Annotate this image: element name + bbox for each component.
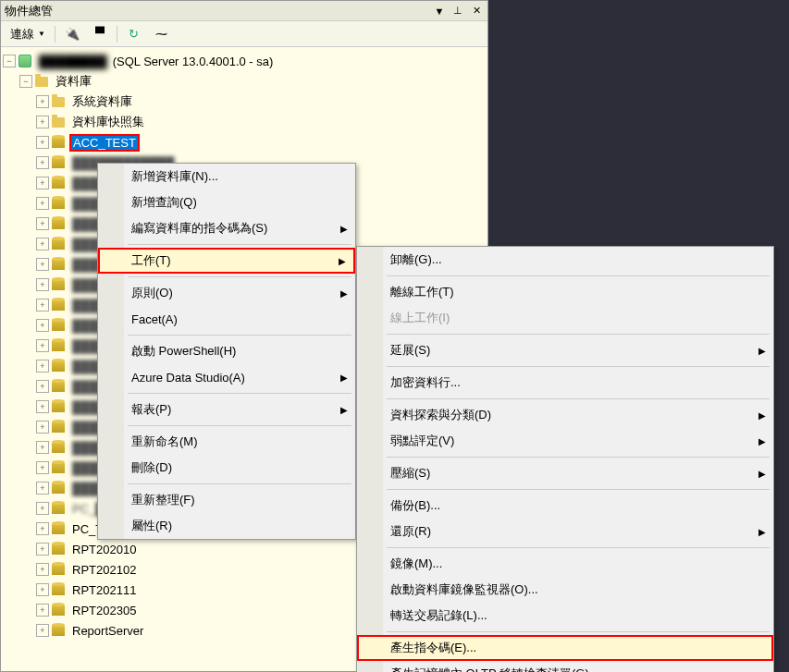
expand-icon[interactable]: + — [36, 197, 49, 210]
expand-icon[interactable]: + — [36, 177, 49, 189]
refresh-button[interactable]: ↻ — [121, 25, 147, 43]
system-db-folder[interactable]: + 系統資料庫 — [3, 92, 486, 112]
menu-item-label: 重新命名(M) — [131, 434, 198, 450]
expand-icon[interactable]: + — [36, 604, 49, 617]
connect-button[interactable]: 連線 ▼ — [5, 24, 51, 44]
collapse-icon[interactable]: − — [3, 55, 16, 67]
expand-icon[interactable]: + — [36, 624, 49, 637]
expand-icon[interactable]: + — [36, 299, 49, 312]
expand-icon[interactable]: + — [36, 136, 49, 149]
menu-item[interactable]: 屬性(R) — [98, 513, 355, 539]
database-label: RPT202010 — [69, 542, 139, 557]
server-node[interactable]: − ████████ (SQL Server 13.0.4001.0 - sa) — [3, 51, 486, 71]
menu-item[interactable]: 產生指令碼(E)... — [357, 635, 773, 661]
panel-dropdown-icon[interactable]: ▼ — [432, 4, 447, 18]
menu-item[interactable]: 重新命名(M) — [98, 429, 355, 455]
snapshot-folder[interactable]: + 資料庫快照集 — [3, 112, 486, 132]
menu-item[interactable]: 鏡像(M)... — [357, 551, 773, 577]
menu-separator — [128, 244, 351, 245]
expand-icon[interactable]: + — [36, 400, 49, 413]
expand-icon[interactable]: + — [36, 95, 49, 108]
expand-icon[interactable]: + — [36, 238, 49, 250]
databases-folder[interactable]: − 資料庫 — [3, 71, 486, 92]
collapse-icon[interactable]: − — [19, 75, 32, 88]
menu-item[interactable]: 還原(R)▶ — [357, 519, 773, 544]
panel-close-icon[interactable]: ✕ — [469, 4, 484, 18]
expand-icon[interactable]: + — [36, 502, 49, 515]
expand-icon[interactable]: + — [36, 522, 49, 535]
expand-icon[interactable]: + — [36, 543, 49, 556]
expand-icon[interactable]: + — [36, 258, 49, 271]
menu-item[interactable]: 延展(S)▶ — [357, 337, 773, 363]
database-label: RPT202305 — [69, 603, 139, 618]
menu-item[interactable]: 備份(B)... — [357, 493, 773, 519]
panel-pin-icon[interactable]: ⊥ — [450, 4, 465, 18]
database-label: RPT202111 — [69, 582, 139, 598]
menu-item[interactable]: 產生記憶體內 OLTP 移轉檢查清單(G) — [357, 661, 773, 672]
menu-item[interactable]: 新增查詢(Q) — [98, 189, 355, 215]
menu-item[interactable]: 報表(P)▶ — [98, 397, 355, 422]
expand-icon[interactable]: + — [36, 339, 49, 352]
submenu-arrow-icon: ▶ — [340, 224, 348, 234]
menu-item-label: 加密資料行... — [390, 374, 461, 391]
menu-item[interactable]: 刪除(D) — [98, 455, 355, 481]
menu-item-label: 新增資料庫(N)... — [131, 168, 218, 185]
connect-label: 連線 — [10, 26, 34, 43]
menu-item[interactable]: Azure Data Studio(A)▶ — [98, 364, 355, 390]
database-icon — [51, 318, 66, 333]
disconnect-button[interactable]: 🔌 — [59, 25, 85, 43]
menu-item[interactable]: 新增資料庫(N)... — [98, 164, 355, 189]
menu-separator — [128, 483, 351, 484]
menu-item-label: 啟動 PowerShell(H) — [131, 343, 236, 360]
menu-item-label: 離線工作(T) — [390, 284, 454, 300]
menu-separator — [387, 631, 770, 632]
menu-item[interactable]: 啟動 PowerShell(H) — [98, 338, 355, 364]
expand-icon[interactable]: + — [36, 278, 49, 291]
filter-button[interactable]: ▝▘ — [87, 25, 113, 43]
menu-separator — [387, 366, 770, 367]
database-icon — [51, 155, 66, 170]
menu-item[interactable]: 編寫資料庫的指令碼為(S)▶ — [98, 215, 355, 241]
selected-database-node[interactable]: + ACC_TEST — [3, 132, 486, 153]
menu-separator — [387, 275, 770, 276]
expand-icon[interactable]: + — [36, 156, 49, 169]
menu-item[interactable]: 重新整理(F) — [98, 487, 355, 513]
menu-separator — [387, 398, 770, 399]
menu-item[interactable]: 離線工作(T) — [357, 279, 773, 305]
menu-item[interactable]: 卸離(G)... — [357, 247, 773, 273]
menu-item-label: 卸離(G)... — [390, 251, 442, 268]
expand-icon[interactable]: + — [36, 421, 49, 434]
database-icon — [51, 338, 66, 353]
menu-item[interactable]: 啟動資料庫鏡像監視器(O)... — [357, 577, 773, 603]
menu-item-label: 備份(B)... — [390, 497, 440, 514]
server-icon — [18, 54, 32, 68]
menu-item[interactable]: 轉送交易記錄(L)... — [357, 603, 773, 629]
menu-item[interactable]: 原則(O)▶ — [98, 280, 355, 306]
database-icon — [51, 582, 66, 597]
database-label: ACC_TEST — [69, 134, 140, 152]
menu-item[interactable]: 資料探索與分類(D)▶ — [357, 402, 773, 428]
expand-icon[interactable]: + — [36, 583, 49, 596]
database-icon — [51, 237, 66, 251]
menu-item[interactable]: 弱點評定(V)▶ — [357, 428, 773, 454]
expand-icon[interactable]: + — [36, 563, 49, 576]
menu-item-label: 產生指令碼(E)... — [390, 640, 476, 656]
menu-item[interactable]: 工作(T)▶ — [98, 248, 355, 274]
submenu-arrow-icon: ▶ — [340, 373, 348, 383]
expand-icon[interactable]: + — [36, 217, 49, 230]
expand-icon[interactable]: + — [36, 380, 49, 393]
submenu-arrow-icon: ▶ — [340, 288, 348, 299]
expand-icon[interactable]: + — [36, 319, 49, 332]
expand-icon[interactable]: + — [36, 360, 49, 373]
expand-icon[interactable]: + — [36, 441, 49, 454]
menu-item[interactable]: 壓縮(S)▶ — [357, 460, 773, 486]
expand-icon[interactable]: + — [36, 116, 49, 128]
database-icon — [51, 542, 66, 556]
activity-button[interactable]: ⁓ — [149, 25, 175, 43]
expand-icon[interactable]: + — [36, 482, 49, 495]
database-icon — [51, 440, 66, 455]
menu-item-label: 鏡像(M)... — [390, 556, 442, 572]
menu-item[interactable]: 加密資料行... — [357, 370, 773, 396]
expand-icon[interactable]: + — [36, 461, 49, 474]
menu-item[interactable]: Facet(A) — [98, 306, 355, 332]
